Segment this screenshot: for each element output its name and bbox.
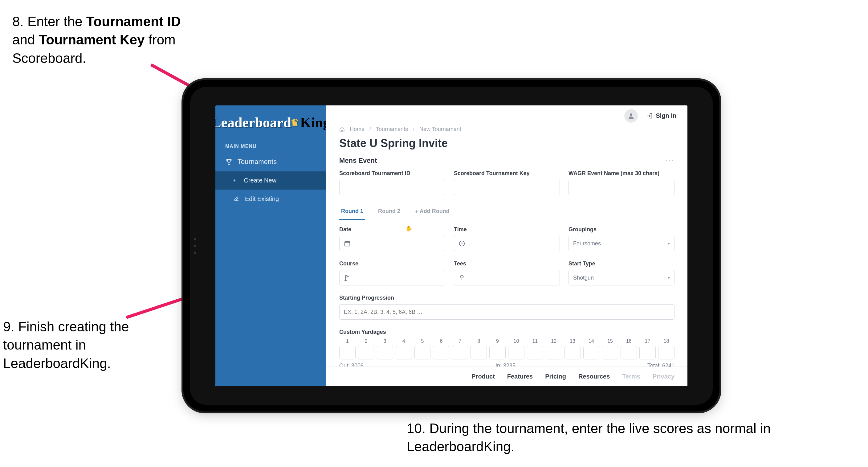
yardage-total: Total: 6241 — [647, 362, 675, 367]
input-tees[interactable] — [454, 270, 560, 286]
yardage-cell[interactable] — [546, 346, 562, 359]
groupings-value: Foursomes — [573, 240, 601, 247]
signin-icon — [647, 113, 653, 119]
input-starting-progression[interactable] — [339, 304, 675, 320]
svg-point-4 — [630, 113, 632, 116]
main-panel: Sign In Home / Tournaments / New T — [326, 106, 687, 386]
yardage-cell[interactable] — [621, 346, 637, 359]
hole-label: 14 — [583, 339, 600, 344]
logo-text-b: King — [300, 114, 330, 131]
yardage-cell[interactable] — [527, 346, 543, 359]
footer-nav: Product Features Pricing Resources Terms… — [326, 367, 687, 386]
section-more-button[interactable]: ··· — [665, 156, 675, 165]
hole-label: 16 — [621, 339, 637, 344]
hole-label: 3 — [377, 339, 393, 344]
tab-round-2[interactable]: Round 2 — [376, 204, 402, 220]
sidebar-section-label: MAIN MENU — [215, 139, 326, 152]
hole-label: 8 — [470, 339, 487, 344]
row-date-time-group: Date Time — [339, 226, 675, 251]
yardage-cell[interactable] — [639, 346, 656, 359]
chevron-down-icon: ▾ — [668, 275, 670, 280]
hole-label: 5 — [414, 339, 431, 344]
yardage-cell[interactable] — [414, 346, 431, 359]
yardage-cell[interactable] — [470, 346, 487, 359]
footer-link-pricing[interactable]: Pricing — [545, 373, 566, 380]
hole-label: 12 — [546, 339, 562, 344]
label-starting-progression: Starting Progression — [339, 295, 675, 301]
sign-in-button[interactable]: Sign In — [647, 112, 676, 119]
yardage-cell[interactable] — [452, 346, 468, 359]
tablet-sensor-dots — [194, 238, 196, 254]
hole-label: 15 — [602, 339, 618, 344]
page-title: State U Spring Invite — [339, 137, 675, 150]
avatar[interactable] — [624, 109, 638, 123]
callout-step-9: 9. Finish creating the tournament in Lea… — [3, 318, 132, 372]
tab-add-round[interactable]: Add Round — [413, 204, 452, 220]
tab-round-1[interactable]: Round 1 — [339, 204, 365, 220]
sidebar-item-create-new[interactable]: + Create New — [215, 171, 326, 189]
label-groupings: Groupings — [568, 226, 675, 233]
hole-label: 10 — [508, 339, 524, 344]
footer-link-features[interactable]: Features — [507, 373, 533, 380]
yardage-cell[interactable] — [602, 346, 618, 359]
yardage-cell[interactable] — [489, 346, 506, 359]
yardage-cell[interactable] — [339, 346, 355, 359]
yardage-in: In: 3235 — [495, 362, 516, 367]
crumb-current: New Tournament — [420, 126, 461, 133]
yardage-cell[interactable] — [564, 346, 581, 359]
field-tees: Tees — [454, 260, 560, 286]
sidebar-item-edit-existing[interactable]: Edit Existing — [215, 189, 326, 208]
yardage-cell[interactable] — [358, 346, 374, 359]
field-scoreboard-id: Scoreboard Tournament ID — [339, 170, 445, 195]
select-start-type[interactable]: Shotgun ▾ — [568, 270, 675, 286]
step8-text-a: 8. Enter the — [12, 14, 86, 29]
yardage-cell[interactable] — [396, 346, 412, 359]
svg-rect-5 — [345, 242, 350, 246]
scoreboard-row: Scoreboard Tournament ID Scoreboard Tour… — [339, 170, 675, 195]
yardage-cell[interactable] — [377, 346, 393, 359]
field-scoreboard-key: Scoreboard Tournament Key — [454, 170, 560, 195]
label-time: Time — [454, 226, 560, 233]
footer-link-privacy[interactable]: Privacy — [653, 373, 675, 380]
svg-point-8 — [460, 275, 463, 278]
hole-label: 2 — [358, 339, 374, 344]
sidebar-item-tournaments[interactable]: Tournaments — [215, 152, 326, 171]
app-logo: Leaderboard♛King — [215, 106, 326, 139]
callout-step-8: 8. Enter the Tournament ID and Tournamen… — [12, 12, 185, 67]
footer-link-resources[interactable]: Resources — [578, 373, 610, 380]
footer-link-product[interactable]: Product — [471, 373, 495, 380]
yardage-cell[interactable] — [583, 346, 600, 359]
hole-label: 4 — [396, 339, 412, 344]
field-course: Course — [339, 260, 445, 286]
yardage-cell[interactable] — [433, 346, 449, 359]
input-course[interactable] — [339, 270, 445, 286]
crumb-home[interactable]: Home — [350, 126, 365, 133]
crumb-sep: / — [369, 126, 371, 133]
footer-link-terms[interactable]: Terms — [622, 373, 640, 380]
yardage-cell[interactable] — [658, 346, 675, 359]
crumb-tournaments[interactable]: Tournaments — [376, 126, 408, 133]
sidebar-item-label: Edit Existing — [245, 196, 279, 203]
yardage-cell[interactable] — [508, 346, 524, 359]
trophy-icon — [225, 158, 232, 166]
callout-step-10: 10. During the tournament, enter the liv… — [407, 419, 776, 456]
field-time: Time — [454, 226, 560, 251]
select-groupings[interactable]: Foursomes ▾ — [568, 236, 675, 251]
clock-icon — [459, 240, 465, 247]
label-custom-yardages: Custom Yardages — [339, 329, 675, 335]
label-wagr: WAGR Event Name (max 30 chars) — [568, 170, 675, 177]
label-scoreboard-key: Scoreboard Tournament Key — [454, 170, 560, 177]
input-scoreboard-key[interactable] — [454, 180, 560, 195]
yardage-totals: Out: 3006 In: 3235 Total: 6241 — [339, 362, 675, 367]
hole-label: 13 — [564, 339, 581, 344]
breadcrumb: Home / Tournaments / New Tournament — [339, 126, 675, 133]
field-starting-progression: Starting Progression — [339, 295, 675, 320]
field-groupings: Groupings Foursomes ▾ — [568, 226, 675, 251]
sidebar-item-label: Tournaments — [238, 158, 277, 166]
input-scoreboard-id[interactable] — [339, 180, 445, 195]
input-wagr[interactable] — [568, 180, 675, 195]
input-date[interactable] — [339, 236, 445, 251]
label-scoreboard-id: Scoreboard Tournament ID — [339, 170, 445, 177]
input-time[interactable] — [454, 236, 560, 251]
section-label: Mens Event — [339, 156, 377, 165]
